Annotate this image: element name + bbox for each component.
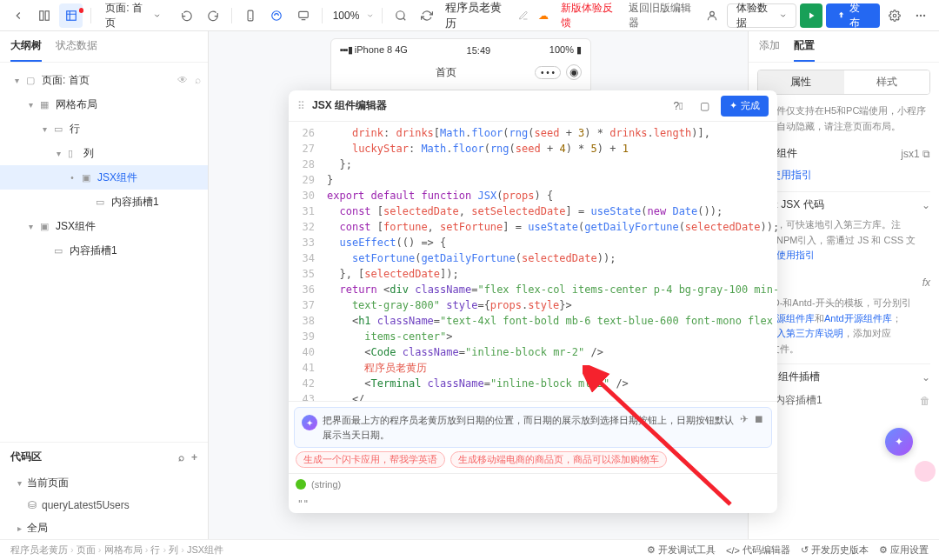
help-icon[interactable]: ?⃝ <box>669 97 688 116</box>
tab-state[interactable]: 状态数据 <box>56 38 97 62</box>
history-link[interactable]: ↺ 开发历史版本 <box>801 543 869 557</box>
back-icon[interactable] <box>7 3 30 28</box>
back-old-editor[interactable]: 返回旧版编辑器 <box>629 1 697 30</box>
database-icon: ⛁ <box>28 499 37 511</box>
cloud-icon[interactable]: ☁ <box>538 10 549 22</box>
chevron-down-icon[interactable]: ⌄ <box>922 199 930 211</box>
code-editor[interactable]: 26272829303132333435363738394041424344 d… <box>289 122 777 401</box>
right-tabs: 添加 配置 <box>749 31 939 63</box>
copy-icon[interactable]: ⧉ <box>922 148 930 160</box>
breadcrumb: 程序员老黄历 › 页面 › 网格布局 › 行 › 列 › JSX组件 ⚙ 开发调… <box>0 539 939 560</box>
tree-item[interactable]: ▭内容插槽1 <box>0 238 208 263</box>
page-selector-label: 页面: 首页 <box>105 1 150 30</box>
ai-avatar-icon: ✦ <box>302 415 317 430</box>
device-mobile-icon[interactable] <box>239 3 262 28</box>
plus-icon[interactable]: + <box>191 451 197 463</box>
tree-item[interactable]: ▾▭行 <box>0 117 208 141</box>
refresh-icon[interactable] <box>416 3 438 28</box>
app-settings-link[interactable]: ⚙ 应用设置 <box>879 543 929 557</box>
result-row: (string) <box>289 473 777 495</box>
device-desktop-icon[interactable] <box>291 3 314 28</box>
prompt-text[interactable]: 把界面最上方的程序员老黄历放到日期的位置，而日期的展示放到选择日期按钮上，日期按… <box>323 413 735 442</box>
svg-point-11 <box>923 14 925 16</box>
gear-icon[interactable] <box>883 3 906 28</box>
svg-rect-2 <box>66 10 76 20</box>
svg-rect-1 <box>46 10 50 20</box>
exp-data-button[interactable]: 体验数据 <box>727 3 796 28</box>
device-tablet-icon[interactable] <box>265 3 288 28</box>
query-item[interactable]: ⛁ queryLatest5Users <box>0 494 208 517</box>
dev-tools-link[interactable]: ⚙ 开发调试工具 <box>647 543 716 557</box>
jsx-editor-modal: ⠿ JSX 组件编辑器 ?⃝ ▢ ✦完成 2627282930313233343… <box>289 90 777 513</box>
current-page-node[interactable]: ▾ 当前页面 <box>0 471 208 494</box>
done-button[interactable]: ✦完成 <box>721 96 769 117</box>
tree-item[interactable]: ▾▯列 <box>0 141 208 165</box>
eye-icon[interactable]: 👁 <box>177 74 188 86</box>
chevron-down-icon <box>153 11 161 20</box>
tab-outline[interactable]: 大纲树 <box>10 38 42 62</box>
tree-item[interactable]: •▣JSX组件 <box>0 165 208 190</box>
undo-icon[interactable] <box>176 3 198 28</box>
redo-icon[interactable] <box>202 3 224 28</box>
edit-icon[interactable] <box>512 3 535 28</box>
sidebar: 大纲树 状态数据 ▾▢页面: 首页👁⌕▾▦网格布局▾▭行▾▯列•▣JSX组件▭内… <box>0 31 209 539</box>
feedback-float-button[interactable] <box>915 461 936 482</box>
seg-control: 属性 样式 <box>757 70 930 95</box>
page-selector[interactable]: 页面: 首页 <box>98 3 168 28</box>
fx-icon[interactable]: fx <box>922 277 930 289</box>
breadcrumb-item[interactable]: 网格布局 <box>104 544 143 555</box>
svg-rect-0 <box>40 10 43 20</box>
drag-icon[interactable]: ⠿ <box>297 100 305 112</box>
breadcrumb-item[interactable]: JSX组件 <box>187 544 223 555</box>
svg-rect-5 <box>298 11 308 17</box>
ai-prompt-area: ✦ 把界面最上方的程序员老黄历放到日期的位置，而日期的展示放到选择日期按钮上，日… <box>289 401 777 473</box>
status-ok-icon <box>296 479 306 490</box>
phone-battery: 100% ▮ <box>549 44 582 56</box>
search-icon[interactable]: ⌕ <box>178 451 184 463</box>
suggestion-chip[interactable]: 生成一个闪卡应用，帮我学英语 <box>296 451 445 468</box>
svg-point-4 <box>272 10 282 20</box>
tab-config[interactable]: 配置 <box>794 38 815 62</box>
tree-view-icon[interactable] <box>59 3 82 28</box>
chevron-down-icon[interactable]: ⌄ <box>922 371 930 383</box>
more-icon[interactable] <box>909 3 932 28</box>
svg-point-6 <box>396 10 404 18</box>
global-node[interactable]: ▸ 全局 <box>0 517 208 539</box>
tree-item[interactable]: ▾▣JSX组件 <box>0 214 208 238</box>
stop-icon[interactable]: ⏹ <box>754 413 764 425</box>
modal-title: JSX 组件编辑器 <box>312 98 662 113</box>
magic-icon: ✦ <box>729 100 737 111</box>
tab-add[interactable]: 添加 <box>759 38 780 62</box>
search-icon[interactable]: ⌕ <box>195 74 201 86</box>
svg-point-7 <box>709 11 714 16</box>
breadcrumb-item[interactable]: 程序员老黄历 <box>10 544 68 555</box>
tree-item[interactable]: ▾▢页面: 首页👁⌕ <box>0 68 208 92</box>
play-button[interactable] <box>800 3 822 28</box>
target-icon[interactable]: ◉ <box>566 64 582 80</box>
phone-preview: ▪▪▪▮ iPhone 8 4G 15:49 100% ▮ 首页 • • • ◉ <box>330 38 591 90</box>
publish-button[interactable]: 发布 <box>826 3 879 28</box>
seg-style[interactable]: 样式 <box>844 70 930 94</box>
user-icon[interactable] <box>701 3 723 28</box>
tree: ▾▢页面: 首页👁⌕▾▦网格布局▾▭行▾▯列•▣JSX组件▭内容插槽1▾▣JSX… <box>0 63 208 442</box>
breadcrumb-item[interactable]: 页面 <box>77 544 96 555</box>
breadcrumb-item[interactable]: 列 <box>169 544 178 555</box>
tree-item[interactable]: ▭内容插槽1 <box>0 190 208 214</box>
expand-icon[interactable]: ▢ <box>695 97 714 116</box>
send-icon[interactable]: ✈ <box>740 413 749 425</box>
breadcrumb-item[interactable]: 行 <box>150 544 160 555</box>
upload-icon <box>836 10 846 21</box>
zoom-out-icon[interactable] <box>390 3 412 28</box>
menu-dots-icon[interactable]: • • • <box>535 66 561 79</box>
svg-point-10 <box>920 14 922 16</box>
code-editor-link[interactable]: </> 代码编辑器 <box>726 543 790 557</box>
new-exp-feedback[interactable]: 新版体验反馈 <box>561 1 619 30</box>
tree-item[interactable]: ▾▦网格布局 <box>0 92 208 117</box>
zoom-value[interactable]: 100% <box>330 10 363 22</box>
suggestion-chip[interactable]: 生成移动端电商的商品页，商品可以添加购物车 <box>450 451 667 468</box>
ai-float-button[interactable]: ✦ <box>885 428 913 456</box>
chevron-down-icon <box>366 11 374 20</box>
layout-icon[interactable] <box>33 3 56 28</box>
phone-time: 15:49 <box>467 45 491 56</box>
delete-icon[interactable]: 🗑 <box>920 395 930 407</box>
